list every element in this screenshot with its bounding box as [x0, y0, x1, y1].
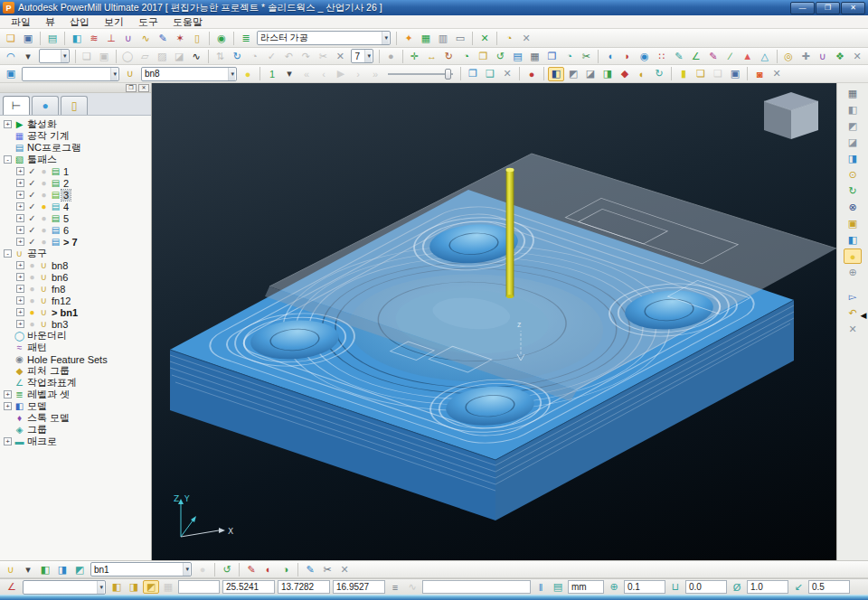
refresh-view-icon[interactable]: ↻ [844, 183, 862, 199]
ball-render-icon[interactable]: ● [844, 248, 862, 264]
explorer-close-button[interactable]: ✕ [138, 84, 149, 92]
boundary-pen-icon[interactable]: ✎ [155, 31, 171, 45]
tree-item-workplanes[interactable]: +∠작업좌표계 [0, 377, 151, 389]
search-binocular-icon[interactable]: ◔ [501, 31, 517, 45]
grid-icon[interactable]: ▦ [160, 580, 176, 594]
tool-create-icon[interactable]: ∪ [120, 31, 137, 45]
exit-sim-icon[interactable]: ◙ [751, 67, 768, 81]
wireframe-shade-icon[interactable]: ◖ [602, 49, 618, 63]
pattern-shade-icon[interactable]: ◆ [617, 67, 633, 81]
edit-open-icon[interactable]: ❏ [79, 49, 95, 63]
maximize-button[interactable]: ❐ [816, 2, 840, 14]
boundary-combobox[interactable]: ▾ [39, 49, 70, 63]
holder-icon[interactable]: ∪ [815, 49, 831, 63]
workplane-edit-icon[interactable]: ⊥ [103, 31, 119, 45]
find-tool-icon[interactable]: ◎ [780, 49, 797, 63]
tree-item-activate[interactable]: +▶활성화 [0, 118, 151, 130]
menu-file[interactable]: 파일 [4, 15, 38, 29]
sim-close-icon[interactable]: ✕ [499, 67, 515, 81]
shaded-view-icon[interactable]: ◧ [844, 232, 862, 248]
active-tool-icon[interactable]: ∪ [122, 67, 138, 81]
nc-program-icon[interactable]: ▭ [452, 31, 468, 45]
workplane-combobox-arrow-icon[interactable]: ▾ [97, 581, 104, 594]
active-tool-combobox-arrow-icon[interactable]: ▾ [183, 563, 190, 576]
dynamic-shade-icon[interactable]: ◗ [619, 49, 636, 63]
expander-icon[interactable]: + [4, 120, 12, 128]
tree-item-tool-bn8[interactable]: +●∪bn8 [0, 259, 151, 271]
diameter-field[interactable]: 1.0 [747, 580, 788, 594]
plain-shade-icon[interactable]: ◩ [565, 67, 581, 81]
hat-icon[interactable]: △ [757, 49, 773, 63]
viewport-3d[interactable]: z Z Y X [152, 83, 836, 560]
tree-item-groups[interactable]: +◈그룹 [0, 424, 151, 436]
tree-item-models[interactable]: +◧모델 [0, 400, 151, 412]
leads-links-icon[interactable]: ∿ [137, 31, 154, 45]
menu-insert[interactable]: 삽입 [62, 15, 97, 29]
tool-vis3-icon[interactable]: ◩ [71, 562, 88, 577]
tree-item-toolpath-2[interactable]: +✓●▤2 [0, 177, 151, 189]
simulation-speed-slider[interactable] [388, 68, 453, 80]
tree-item-toolpath-3[interactable]: +✓●▤3 [0, 189, 151, 201]
boundary-create-icon[interactable]: ◠ [3, 49, 19, 63]
accept-check-icon[interactable]: ✓ [263, 49, 279, 63]
tree-item-toolpath-4[interactable]: +✓●▤4 [0, 201, 151, 212]
curve-corner-icon[interactable]: ◪ [171, 49, 187, 63]
tree-item-tool-bn1[interactable]: +●∪> bn1 [0, 306, 151, 318]
top-view-icon[interactable]: ◨ [844, 151, 862, 166]
close-button[interactable]: ✕ [841, 2, 865, 14]
tree-item-toolpath-1[interactable]: +✓●▤1 [0, 165, 151, 177]
tolerance-icon[interactable]: ⊕ [606, 580, 622, 594]
bottom-toolbar-close-icon[interactable]: ✕ [336, 562, 353, 577]
measure-link-icon[interactable]: ∿ [404, 580, 420, 594]
go-end-icon[interactable]: » [367, 67, 383, 81]
z-coordinate-field[interactable]: 16.9527 [333, 580, 385, 594]
tool-axis-icon[interactable]: ✎ [671, 49, 687, 63]
menu-tools[interactable]: 도구 [131, 15, 165, 29]
expander-icon[interactable]: + [16, 226, 24, 234]
expander-icon[interactable]: + [16, 202, 24, 211]
go-start-icon[interactable]: « [298, 67, 315, 81]
block-detail-icon[interactable]: ◩ [143, 580, 159, 594]
pattern-points-icon[interactable]: ✶ [172, 31, 188, 45]
stock-icon[interactable]: ❖ [832, 49, 848, 63]
pattern-pen-icon[interactable]: ✎ [705, 49, 722, 63]
viewmill-ball-icon[interactable]: ● [524, 67, 540, 81]
copy-icon[interactable]: ❐ [543, 49, 560, 63]
curve-hatch-icon[interactable]: ▨ [154, 49, 170, 63]
diameter-icon[interactable]: Ø [729, 580, 745, 594]
viewmill-icon[interactable]: ▣ [3, 67, 19, 81]
measure-field[interactable] [422, 580, 531, 594]
grid-size-field[interactable] [178, 580, 220, 594]
expander-icon[interactable]: + [16, 273, 24, 281]
select-cursor-icon[interactable]: ▻ [844, 289, 862, 305]
thickness-set-combobox[interactable]: 7▾ [351, 49, 373, 63]
expander-icon[interactable]: + [16, 296, 24, 305]
shade-sphere-icon[interactable]: ● [194, 562, 211, 577]
save-view-icon[interactable]: ▣ [727, 67, 743, 81]
folder-up-icon[interactable]: ❐ [475, 49, 491, 63]
tool-combobox[interactable]: bn8▾ [141, 67, 237, 81]
view-toolbar-close-icon[interactable]: ✕ [844, 322, 862, 337]
minimize-button[interactable]: — [790, 2, 815, 14]
step-forward-icon[interactable]: › [350, 67, 366, 81]
feed-rate-icon[interactable]: ≋ [86, 31, 102, 45]
expander-icon[interactable]: + [16, 261, 24, 269]
tree-item-patterns[interactable]: +≈패턴 [0, 342, 151, 353]
curve-editor-icon[interactable]: ↻ [229, 49, 245, 63]
block-hide-icon[interactable]: ◨ [126, 580, 142, 594]
globe-view-icon[interactable]: ⊕ [844, 265, 862, 280]
tool-holder-icon[interactable]: ▯ [189, 31, 205, 45]
attach-view-icon[interactable]: ❐ [465, 67, 481, 81]
tool-axis-pen-icon[interactable]: ✎ [243, 562, 259, 577]
thickness-set-combobox-arrow-icon[interactable]: ▾ [364, 50, 372, 62]
workplane-status-icon[interactable]: ∠ [4, 580, 20, 594]
block-show-icon[interactable]: ◧ [108, 580, 125, 594]
expander-icon[interactable]: + [16, 320, 24, 328]
expander-icon[interactable]: + [16, 179, 24, 187]
tree-item-toolpaths[interactable]: -▧툴패스 [0, 154, 151, 165]
workplane-combobox[interactable]: ▾ [23, 580, 106, 595]
coordinate-list-icon[interactable]: ≡ [387, 580, 403, 594]
tool-vis2-icon[interactable]: ◨ [54, 562, 71, 577]
collision-check-icon[interactable]: ✕ [476, 31, 493, 45]
expander-icon[interactable]: + [4, 402, 12, 410]
